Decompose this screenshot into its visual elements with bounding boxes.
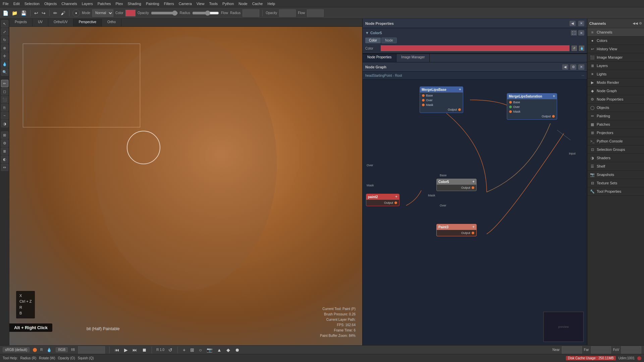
node-graph-settings-btn[interactable]: ⚙ <box>570 64 576 70</box>
menu-shading[interactable]: Shading <box>128 2 141 6</box>
node-paint2[interactable]: paint2 + Output <box>366 194 399 206</box>
rp-item-channels[interactable]: ≡ Channels <box>587 28 644 37</box>
play-fwd-btn[interactable]: ⏭ <box>132 347 138 353</box>
color-swatch-long[interactable] <box>381 45 570 51</box>
node-mergelipsbase-plus[interactable]: + <box>459 87 461 92</box>
rp-item-projectors[interactable]: ⊞ Projectors <box>587 129 644 137</box>
tool-layers[interactable]: ≣ <box>1 147 8 155</box>
node-mergelipsbase[interactable]: MergeLipsBase + Base Over <box>420 86 463 113</box>
node-graph-expand-btn[interactable]: ◀ <box>562 64 568 70</box>
menu-selection[interactable]: Selection <box>24 2 40 6</box>
rp-item-snapshots[interactable]: 📷 Snapshots <box>587 171 644 179</box>
rp-item-node-props[interactable]: ⚙ Node Properties <box>587 95 644 104</box>
eyedropper-btn[interactable]: 💧 <box>46 347 52 353</box>
node-graph-canvas[interactable]: Over Mask Base Over Mask Input MergeLips… <box>363 80 587 345</box>
tool-scale[interactable]: ⊕ <box>1 44 8 52</box>
menu-objects[interactable]: Objects <box>44 2 57 6</box>
menu-python[interactable]: Python <box>222 2 234 6</box>
menu-patches[interactable]: Patches <box>98 2 111 6</box>
rp-item-node-graph[interactable]: ◆ Node Graph <box>587 87 644 95</box>
node-props-btn-1[interactable]: ◀ <box>570 21 576 26</box>
menu-layers[interactable]: Layers <box>82 2 93 6</box>
rp-item-lights[interactable]: ☀ Lights <box>587 70 644 78</box>
color5-close-btn[interactable]: ✕ <box>578 30 584 36</box>
toolbar-redo-btn[interactable]: ↪ <box>41 10 46 16</box>
toolbar-new-btn[interactable]: 📄 <box>2 10 9 16</box>
tool-search[interactable]: 🔍 <box>1 68 8 76</box>
plus-btn[interactable]: + <box>182 347 186 353</box>
color-eyedropper-btn[interactable]: 💧 <box>579 46 584 51</box>
tool-paint[interactable]: ✏ <box>1 80 8 87</box>
img-tab-node-props[interactable]: Node Properties <box>363 54 396 62</box>
props-tab-color[interactable]: Color <box>365 38 381 43</box>
main-viewport[interactable]: X Ctrl + Z R B Alt + Right Click bit (Ha… <box>9 27 362 345</box>
rp-settings-icon[interactable]: ⚙ <box>639 21 642 25</box>
tab-projects[interactable]: Projects <box>9 19 33 26</box>
color5-expand-btn[interactable]: ⛶ <box>571 30 577 36</box>
menu-help[interactable]: Help <box>267 2 275 6</box>
toolbar-circle-btn[interactable]: ● <box>72 9 80 17</box>
reset-btn[interactable]: ↺ <box>168 347 173 353</box>
fov-input[interactable] <box>621 346 641 354</box>
tool-transform[interactable]: ⤢ <box>1 28 8 36</box>
node-color5[interactable]: Color5 + Output <box>436 179 477 191</box>
menu-node[interactable]: Node <box>238 2 247 6</box>
color5-collapse-btn[interactable]: ▼ <box>365 31 370 35</box>
rp-item-history[interactable]: ↩ History View <box>587 45 644 53</box>
menu-tools[interactable]: Tools <box>209 2 218 6</box>
toolbar-save-btn[interactable]: 💾 <box>20 10 27 16</box>
tool-options[interactable]: ⚙ <box>1 139 8 147</box>
play-back-btn[interactable]: ⏮ <box>114 347 120 353</box>
time-input[interactable]: 1.000000 <box>78 346 105 354</box>
node-mergelipssaturation[interactable]: MergeLipsSaturation + Base Over <box>507 93 557 120</box>
node-graph-close-btn[interactable]: ✕ <box>578 64 584 70</box>
rp-item-shaders[interactable]: ◑ Shaders <box>587 154 644 162</box>
tab-orthouv[interactable]: Ortho/UV <box>48 19 73 26</box>
rp-item-texture-sets[interactable]: ⊟ Texture Sets <box>587 179 644 187</box>
tool-move[interactable]: ✛ <box>1 52 8 60</box>
menu-camera[interactable]: Camera <box>179 2 192 6</box>
rp-item-shelf[interactable]: ☰ Shelf <box>587 162 644 171</box>
props-tab-node[interactable]: Node <box>381 38 397 43</box>
color-reset-btn[interactable]: ↺ <box>572 46 577 51</box>
toolbar-undo-btn[interactable]: ↩ <box>34 10 39 16</box>
rp-arrow-left-icon[interactable]: ◀◀ <box>633 21 638 25</box>
tool-grid[interactable]: ⊞ <box>1 131 8 139</box>
node-paint3-plus[interactable]: + <box>472 225 475 229</box>
rp-item-modo-render[interactable]: ▶ Modo Render <box>587 78 644 87</box>
menu-file[interactable]: File <box>3 2 9 6</box>
opacity-slider[interactable] <box>151 10 178 16</box>
tool-eraser[interactable]: ◻ <box>1 88 8 95</box>
menu-painting[interactable]: Painting <box>146 2 159 6</box>
menu-filters[interactable]: Filters <box>164 2 174 6</box>
tool-smear[interactable]: ~ <box>1 112 8 119</box>
opacity-input[interactable]: 0.996 <box>279 9 296 17</box>
tab-perspective[interactable]: Perspective <box>73 19 102 26</box>
node-paint3[interactable]: Paint3 + Output <box>436 224 477 236</box>
toolbar-open-btn[interactable]: 📁 <box>11 10 18 16</box>
stop-btn[interactable]: ⏹ <box>141 347 147 353</box>
play-btn[interactable]: ▶ <box>123 347 128 353</box>
tool-clone[interactable]: ⎘ <box>1 104 8 111</box>
circle-btn[interactable]: ○ <box>198 347 202 353</box>
tab-uv[interactable]: UV <box>33 19 48 26</box>
node-mergelipssaturation-plus[interactable]: + <box>553 94 555 98</box>
flow-input[interactable]: 0.16 <box>307 9 324 17</box>
camera-btn[interactable]: 📷 <box>206 347 213 353</box>
rgb-sel-btn[interactable]: RGB <box>56 347 68 352</box>
mode-select[interactable]: Normal <box>92 9 113 17</box>
radius-slider[interactable] <box>192 10 219 16</box>
rp-item-python[interactable]: >_ Python Console <box>587 137 644 145</box>
tool-symmetry[interactable]: ⇔ <box>1 164 8 171</box>
menu-cache[interactable]: Cache <box>252 2 263 6</box>
rp-item-image-mgr[interactable]: ⬛ Image Manager <box>587 53 644 62</box>
toolbar-paint-btn[interactable]: ✏ <box>53 10 58 16</box>
rp-item-patches[interactable]: ▦ Patches <box>587 120 644 129</box>
rp-item-selection-groups[interactable]: ⊡ Selection Groups <box>587 145 644 154</box>
tri-btn[interactable]: ▲ <box>216 347 222 353</box>
menu-view[interactable]: View <box>197 2 205 6</box>
rp-item-layers[interactable]: ≣ Layers <box>587 62 644 70</box>
menu-ptex[interactable]: Ptex <box>116 2 123 6</box>
tool-dodge[interactable]: ◑ <box>1 120 8 127</box>
near-input[interactable] <box>562 346 582 354</box>
